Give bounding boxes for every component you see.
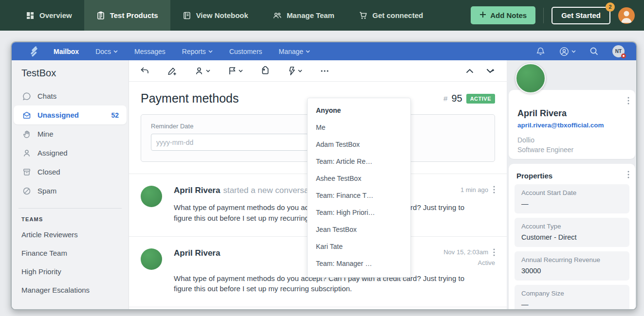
status-dot bbox=[621, 53, 626, 58]
property-value: 30000 bbox=[521, 267, 623, 275]
sidebar-team-manager-escalations[interactable]: Manager Escalations bbox=[12, 281, 129, 299]
sidebar-team-finance-team[interactable]: Finance Team bbox=[12, 244, 129, 262]
chevron-up-icon bbox=[466, 69, 474, 73]
top-item-overview[interactable]: Overview bbox=[14, 0, 84, 31]
nav-item-reports[interactable]: Reports bbox=[182, 48, 213, 55]
nav-item-manage[interactable]: Manage bbox=[279, 48, 311, 55]
add-notes-label: Add Notes bbox=[490, 11, 527, 19]
sidebar-team-high-priority[interactable]: High Priority bbox=[12, 262, 129, 281]
user-status-icon[interactable] bbox=[559, 46, 576, 57]
nav-item-docs[interactable]: Docs bbox=[95, 48, 118, 55]
property-annual-recurring-revenue[interactable]: Annual Recurring Revenue 30000 bbox=[515, 251, 629, 281]
customer-role: Software Engineer bbox=[517, 146, 627, 154]
sidebar-item-closed[interactable]: Closed bbox=[14, 162, 127, 181]
assignee-option-team-finance-team[interactable]: Team: Finance T… bbox=[308, 187, 410, 204]
chevron-down-icon bbox=[306, 50, 310, 53]
app-nav-right: NT bbox=[536, 45, 625, 57]
tag-icon bbox=[260, 66, 270, 76]
sidebar-item-spam[interactable]: Spam bbox=[14, 181, 127, 200]
conversation-title: Payment methods bbox=[141, 91, 239, 105]
mailbox-title: TestBox bbox=[21, 68, 129, 79]
add-note-button[interactable] bbox=[167, 63, 177, 79]
assignee-option-team-manager-escalations[interactable]: Team: Manager … bbox=[308, 255, 410, 272]
assignee-option-team-article-reviewers[interactable]: Team: Article Re… bbox=[308, 153, 410, 170]
assignee-option-ashee-testbox[interactable]: Ashee TestBox bbox=[308, 170, 410, 187]
unassigned-count: 52 bbox=[111, 111, 119, 119]
sidebar-item-chats[interactable]: Chats bbox=[14, 87, 127, 105]
flag-dropdown-button[interactable] bbox=[228, 63, 243, 79]
properties-menu-button[interactable] bbox=[627, 171, 629, 180]
add-notes-button[interactable]: Add Notes bbox=[471, 6, 535, 24]
sidebar-team-article-reviewers[interactable]: Article Reviewers bbox=[12, 225, 129, 244]
top-item-test-products[interactable]: Test Products bbox=[84, 0, 170, 31]
message-timestamp: Nov 15, 2:03am bbox=[443, 248, 488, 256]
property-label: Annual Recurring Revenue bbox=[521, 256, 623, 263]
user-avatar[interactable] bbox=[618, 7, 635, 24]
customer-card-menu-button[interactable] bbox=[627, 97, 629, 106]
nav-label: Docs bbox=[95, 48, 111, 55]
search-icon[interactable] bbox=[589, 47, 599, 56]
chevron-down-icon bbox=[298, 70, 302, 72]
assignee-option-me[interactable]: Me bbox=[308, 119, 410, 136]
top-item-label: Overview bbox=[39, 11, 72, 19]
teams-section-label: TEAMS bbox=[21, 216, 129, 222]
chat-icon bbox=[22, 92, 31, 101]
assignee-option-jean-testbox[interactable]: Jean TestBox bbox=[308, 221, 410, 238]
dashboard-icon bbox=[26, 11, 35, 20]
plus-icon bbox=[479, 11, 486, 19]
more-actions-button[interactable] bbox=[320, 63, 330, 79]
nav-label: Customers bbox=[229, 48, 262, 55]
block-icon bbox=[22, 187, 31, 195]
nav-label: Messages bbox=[134, 48, 166, 55]
sidebar-item-mine[interactable]: Mine bbox=[14, 124, 127, 143]
reminder-date-input[interactable] bbox=[151, 134, 309, 151]
tag-button[interactable] bbox=[260, 63, 270, 79]
mailbox-sidebar: TestBox Chats Unassigned 52 Mine Assigne… bbox=[12, 60, 129, 310]
notifications-bell-icon[interactable] bbox=[536, 47, 545, 56]
top-item-manage-team[interactable]: Manage Team bbox=[260, 0, 347, 31]
sidebar-item-assigned[interactable]: Assigned bbox=[14, 143, 127, 162]
workflows-dropdown-button[interactable] bbox=[288, 63, 302, 79]
reply-undo-button[interactable] bbox=[140, 63, 149, 79]
app-nav-items: Mailbox Docs Messages Reports Customers … bbox=[54, 48, 310, 55]
top-bar-actions: Add Notes Get Started 2 bbox=[471, 0, 644, 31]
nav-label: Manage bbox=[279, 48, 304, 55]
assignee-option-adam-testbox[interactable]: Adam TestBox bbox=[308, 136, 410, 153]
cart-icon bbox=[359, 11, 368, 20]
assignee-dropdown-button[interactable] bbox=[195, 63, 210, 79]
assignee-option-anyone[interactable]: Anyone bbox=[308, 102, 410, 119]
next-conversation-button[interactable] bbox=[486, 69, 494, 73]
app-logo-icon[interactable] bbox=[28, 46, 40, 57]
customer-profile-avatar bbox=[515, 63, 546, 93]
assignee-option-team-high-priority[interactable]: Team: High Priori… bbox=[308, 204, 410, 221]
window-body: TestBox Chats Unassigned 52 Mine Assigne… bbox=[12, 60, 636, 310]
nav-avatar[interactable]: NT bbox=[612, 45, 625, 57]
top-bar-menu: Overview Test Products View Notebook Man… bbox=[14, 0, 435, 31]
message-menu-button[interactable] bbox=[493, 186, 495, 193]
sidebar-item-unassigned[interactable]: Unassigned 52 bbox=[14, 105, 127, 124]
property-company-size[interactable]: Company Size — bbox=[515, 285, 629, 310]
nav-item-messages[interactable]: Messages bbox=[134, 48, 166, 55]
nav-item-customers[interactable]: Customers bbox=[229, 48, 262, 55]
kebab-icon bbox=[493, 248, 495, 256]
assign-person-icon bbox=[195, 66, 204, 76]
archive-icon bbox=[22, 168, 31, 176]
sidebar-item-label: Chats bbox=[37, 92, 56, 100]
chevron-down-icon bbox=[208, 50, 213, 53]
kebab-icon bbox=[493, 186, 495, 193]
previous-conversation-button[interactable] bbox=[466, 69, 474, 73]
message-meta: 1 min ago bbox=[460, 186, 495, 193]
top-item-view-notebook[interactable]: View Notebook bbox=[170, 0, 260, 31]
top-item-get-connected[interactable]: Get connected bbox=[347, 0, 435, 31]
customer-email-link[interactable]: april.rivera@tbxofficial.com bbox=[517, 122, 627, 129]
chevron-down-icon bbox=[486, 69, 494, 73]
chevron-down-icon bbox=[239, 70, 243, 72]
team-label: High Priority bbox=[21, 267, 61, 276]
nav-item-mailbox[interactable]: Mailbox bbox=[54, 48, 79, 55]
get-started-button[interactable]: Get Started bbox=[552, 7, 610, 24]
property-value: Customer - Direct bbox=[521, 233, 623, 241]
message-menu-button[interactable] bbox=[493, 248, 495, 256]
assignee-option-kari-tate[interactable]: Kari Tate bbox=[308, 238, 410, 255]
property-account-type[interactable]: Account Type Customer - Direct bbox=[515, 218, 629, 247]
property-account-start-date[interactable]: Account Start Date — bbox=[515, 184, 629, 213]
